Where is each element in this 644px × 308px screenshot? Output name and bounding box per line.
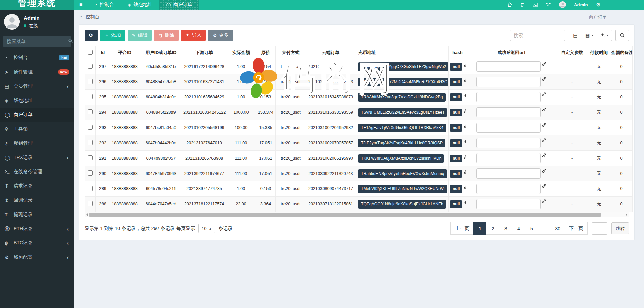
- image-icon[interactable]: [533, 3, 538, 7]
- cell-checkbox: [85, 74, 96, 90]
- row-checkbox[interactable]: [88, 170, 93, 176]
- return-url-input[interactable]: [476, 77, 541, 87]
- return-url-input[interactable]: [476, 138, 541, 148]
- link-icon[interactable]: [542, 199, 546, 203]
- nav-tab[interactable]: ◯商户订单: [159, 0, 199, 10]
- link-icon[interactable]: [542, 92, 546, 96]
- detail-view-button[interactable]: ▤: [569, 30, 582, 41]
- sidebar-item[interactable]: T 提现记录: [0, 207, 74, 222]
- refresh-button[interactable]: ⟳: [85, 30, 98, 41]
- row-checkbox[interactable]: [88, 64, 93, 69]
- sidebar-item[interactable]: ⚙ 钱包配置 ‹: [0, 250, 74, 265]
- search-button[interactable]: [615, 30, 629, 41]
- page-size-dropdown[interactable]: 10▲: [198, 224, 215, 233]
- search-icon[interactable]: [68, 38, 73, 44]
- columns-button[interactable]: ▦ ▼: [582, 30, 597, 41]
- sidebar-item[interactable]: ↥ 回调记录: [0, 193, 74, 207]
- link-icon[interactable]: [542, 123, 546, 127]
- row-checkbox[interactable]: [88, 201, 93, 206]
- return-url-input[interactable]: [476, 123, 541, 133]
- link-icon[interactable]: [542, 153, 546, 158]
- return-url-input[interactable]: [476, 92, 541, 102]
- scroll-right-arrow[interactable]: [626, 213, 629, 216]
- sidebar-item[interactable]: ↧ 请求记录: [0, 179, 74, 193]
- settings-gear-icon[interactable]: ⚙: [596, 2, 601, 8]
- sidebar-item[interactable]: ฿ BTC记录 ‹: [0, 236, 74, 250]
- select-all-checkbox[interactable]: [88, 50, 93, 55]
- return-url-input[interactable]: [476, 199, 541, 209]
- table-search-input[interactable]: [510, 30, 565, 41]
- return-url-input[interactable]: [476, 107, 541, 117]
- import-button[interactable]: 导入: [181, 30, 206, 41]
- page-button[interactable]: 2: [486, 222, 499, 235]
- home-icon[interactable]: [507, 2, 512, 7]
- edit-button[interactable]: ✎编辑: [128, 30, 152, 41]
- user-avatar-small[interactable]: [559, 1, 566, 8]
- link-icon[interactable]: [463, 63, 466, 67]
- sidebar-search-input[interactable]: [7, 39, 68, 44]
- next-page-button[interactable]: 下一页: [565, 222, 588, 235]
- link-icon[interactable]: [542, 168, 546, 173]
- page-button[interactable]: 4: [512, 222, 525, 235]
- link-icon[interactable]: [463, 78, 466, 83]
- link-icon[interactable]: [463, 124, 466, 128]
- link-icon[interactable]: [542, 61, 546, 66]
- cell-user-order-id: 6048845f228d9: [140, 105, 182, 120]
- link-icon[interactable]: [542, 138, 546, 142]
- prev-page-button[interactable]: 上一页: [450, 222, 474, 235]
- row-checkbox[interactable]: [88, 155, 93, 160]
- export-button[interactable]: ▼: [597, 30, 612, 41]
- page-button[interactable]: 3: [499, 222, 512, 235]
- nav-tab[interactable]: ◔控制台: [88, 0, 121, 10]
- sidebar-item[interactable]: ▤ 会员管理 ‹: [0, 79, 74, 93]
- sidebar-item[interactable]: ➤ 插件管理 new: [0, 65, 74, 79]
- sidebar-item[interactable]: ⚲ 工具锁: [0, 122, 74, 136]
- return-url-input[interactable]: [476, 184, 541, 194]
- sidebar-toggle-icon[interactable]: ≡: [74, 0, 88, 10]
- nav-tab[interactable]: ◈钱包地址: [121, 0, 159, 10]
- page-button[interactable]: 30: [551, 222, 565, 235]
- link-icon[interactable]: [463, 185, 466, 189]
- add-button[interactable]: ＋添加: [100, 30, 125, 41]
- sidebar-item[interactable]: Ⓗ ETH记录 ‹: [0, 222, 74, 236]
- row-checkbox[interactable]: [88, 79, 93, 84]
- return-url-input[interactable]: [476, 168, 541, 179]
- cell-custom-param: -: [556, 181, 588, 197]
- link-icon[interactable]: [463, 109, 466, 113]
- link-icon[interactable]: [463, 139, 466, 144]
- link-icon[interactable]: [542, 77, 546, 81]
- link-icon[interactable]: [463, 200, 466, 205]
- row-checkbox[interactable]: [88, 94, 93, 99]
- menu-label: 控制台: [14, 55, 59, 61]
- scrollbar-thumb[interactable]: [89, 213, 601, 217]
- jump-page-input[interactable]: [592, 222, 607, 235]
- scroll-left-arrow[interactable]: [85, 213, 88, 216]
- menu-icon: >_: [5, 169, 14, 174]
- delete-button[interactable]: 删除: [154, 30, 179, 41]
- navbar-username[interactable]: Admin: [574, 2, 588, 7]
- row-checkbox[interactable]: [88, 109, 93, 114]
- link-icon[interactable]: [463, 170, 466, 174]
- trash-icon[interactable]: [520, 2, 525, 7]
- more-button[interactable]: ⚙更多: [208, 30, 233, 41]
- return-url-input[interactable]: [476, 153, 541, 163]
- sidebar-item[interactable]: ⚷ 秘钥管理: [0, 136, 74, 150]
- sidebar-item[interactable]: ◯ TRX记录 ‹: [0, 150, 74, 165]
- row-checkbox[interactable]: [88, 140, 93, 145]
- row-checkbox[interactable]: [88, 125, 93, 130]
- jump-button[interactable]: 跳转: [611, 222, 629, 234]
- link-icon[interactable]: [542, 107, 546, 112]
- return-url-input[interactable]: [476, 61, 541, 72]
- page-button[interactable]: 1: [473, 222, 486, 235]
- link-icon[interactable]: [463, 155, 466, 159]
- page-button[interactable]: 5: [525, 222, 538, 235]
- sidebar-item[interactable]: ◔ 控制台 hot: [0, 51, 74, 65]
- row-checkbox[interactable]: [88, 186, 93, 191]
- link-icon[interactable]: [542, 184, 546, 188]
- sidebar-item[interactable]: >_ 在线命令管理: [0, 165, 74, 179]
- sidebar-item[interactable]: ◈ 钱包地址: [0, 93, 74, 108]
- shuffle-icon[interactable]: [546, 3, 551, 7]
- hash-badge: null: [450, 139, 462, 147]
- link-icon[interactable]: [463, 93, 466, 98]
- sidebar-item[interactable]: ◯ 商户订单: [0, 108, 74, 122]
